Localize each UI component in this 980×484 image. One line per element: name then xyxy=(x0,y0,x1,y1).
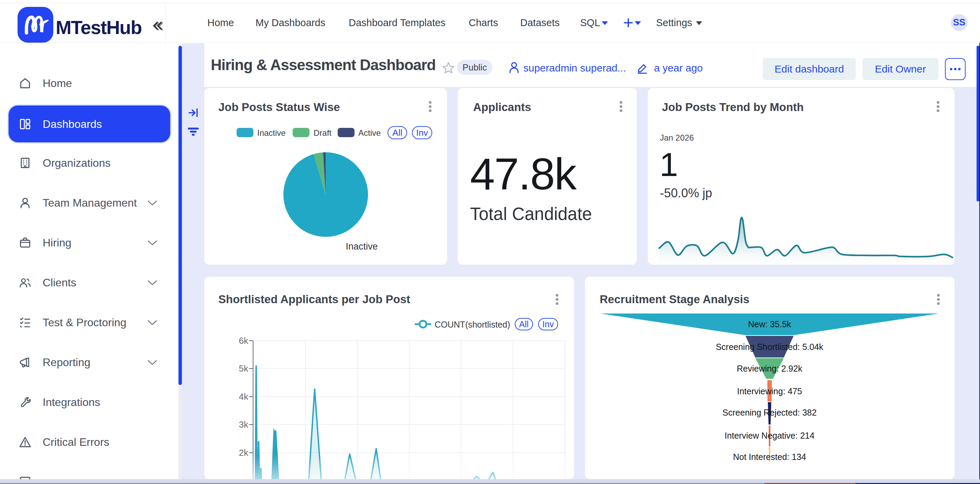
svg-text:Interviewing: 475: Interviewing: 475 xyxy=(737,386,802,396)
svg-text:Screening Rejected: 382: Screening Rejected: 382 xyxy=(722,408,817,417)
svg-text:4k: 4k xyxy=(239,392,248,402)
svg-text:New: 35.5k: New: 35.5k xyxy=(748,319,791,329)
svg-text:6k: 6k xyxy=(239,335,248,346)
svg-text:Not Interested: 134: Not Interested: 134 xyxy=(733,452,807,462)
svg-text:Interview Negative: 214: Interview Negative: 214 xyxy=(724,431,814,440)
svg-text:Reviewing: 2.92k: Reviewing: 2.92k xyxy=(737,364,803,373)
svg-text:5k: 5k xyxy=(239,363,248,374)
svg-text:3k: 3k xyxy=(239,419,248,430)
svg-text:Screening Shortlisted: 5.04k: Screening Shortlisted: 5.04k xyxy=(716,342,824,352)
